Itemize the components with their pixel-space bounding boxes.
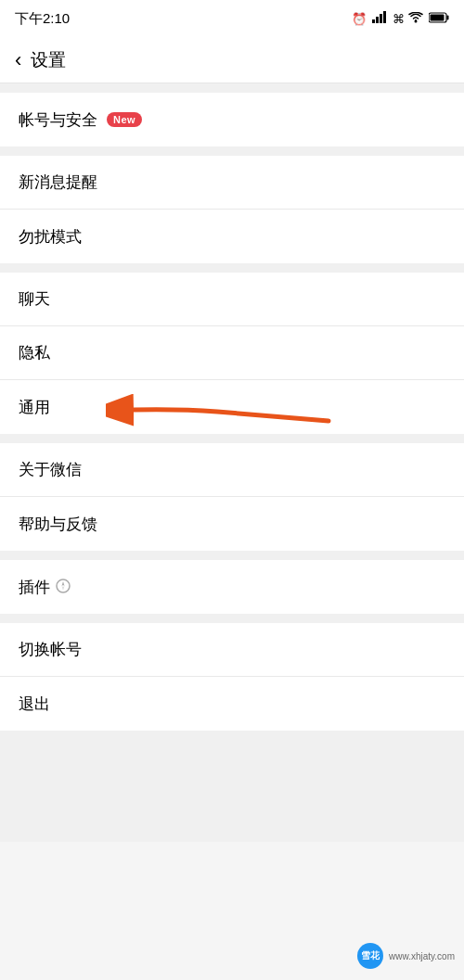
settings-section-3: 聊天 隐私 通用 (0, 273, 464, 434)
about-label: 关于微信 (19, 459, 82, 480)
notification-item[interactable]: 新消息提醒 (0, 156, 464, 210)
watermark-logo: 雪花 (357, 943, 383, 969)
settings-section-1: 帐号与安全 New (0, 93, 464, 146)
account-security-item[interactable]: 帐号与安全 New (0, 93, 464, 146)
svg-marker-11 (62, 586, 65, 591)
chat-label: 聊天 (19, 288, 50, 310)
new-badge: New (107, 112, 142, 127)
logout-item[interactable]: 退出 (0, 677, 464, 731)
settings-section-5: 插件 (0, 560, 464, 614)
switch-account-label: 切换帐号 (19, 639, 82, 660)
svg-rect-7 (431, 14, 445, 20)
account-security-label: 帐号与安全 (19, 109, 97, 131)
privacy-item[interactable]: 隐私 (0, 326, 464, 380)
settings-section-6: 切换帐号 退出 (0, 623, 464, 731)
svg-point-4 (415, 19, 418, 22)
svg-rect-6 (447, 15, 449, 19)
signal-icon (372, 11, 387, 26)
settings-section-4: 关于微信 帮助与反馈 (0, 443, 464, 551)
section-divider-1 (0, 146, 464, 156)
status-icons: ⏰ ⌘ (352, 11, 449, 26)
general-item[interactable]: 通用 (0, 380, 464, 434)
watermark-url: www.xhjaty.com (389, 951, 455, 961)
section-divider-5 (0, 614, 464, 623)
svg-rect-3 (383, 11, 386, 23)
svg-rect-0 (372, 19, 375, 23)
back-arrow-icon: ‹ (15, 50, 21, 70)
about-item[interactable]: 关于微信 (0, 443, 464, 497)
plugins-label: 插件 (19, 577, 50, 598)
plugins-item[interactable]: 插件 (0, 560, 464, 614)
svg-marker-10 (62, 581, 65, 586)
watermark-logo-text: 雪花 (361, 949, 380, 962)
svg-rect-2 (380, 14, 382, 23)
help-item[interactable]: 帮助与反馈 (0, 497, 464, 551)
switch-account-item[interactable]: 切换帐号 (0, 623, 464, 677)
logout-label: 退出 (19, 694, 50, 715)
section-divider-3 (0, 434, 464, 443)
watermark: 雪花 www.xhjaty.com (357, 943, 455, 969)
plugin-compass-icon (56, 579, 71, 596)
back-button[interactable]: ‹ (15, 50, 21, 70)
status-time: 下午2:10 (15, 10, 70, 28)
notification-label: 新消息提醒 (19, 172, 97, 193)
status-bar: 下午2:10 ⏰ ⌘ (0, 0, 464, 37)
alarm-icon: ⏰ (352, 12, 367, 26)
general-label: 通用 (19, 397, 50, 418)
dnd-label: 勿扰模式 (19, 226, 82, 248)
chat-item[interactable]: 聊天 (0, 273, 464, 326)
bottom-divider (0, 731, 464, 842)
privacy-label: 隐私 (19, 342, 50, 363)
dnd-item[interactable]: 勿扰模式 (0, 210, 464, 263)
wifi-icon: ⌘ (393, 12, 423, 26)
help-label: 帮助与反馈 (19, 514, 97, 535)
section-divider-0 (0, 83, 464, 93)
svg-rect-1 (376, 17, 379, 23)
nav-bar: ‹ 设置 (0, 37, 464, 83)
section-divider-2 (0, 263, 464, 273)
battery-icon (429, 12, 449, 26)
page-title: 设置 (31, 48, 66, 72)
section-divider-4 (0, 551, 464, 560)
settings-section-2: 新消息提醒 勿扰模式 (0, 156, 464, 263)
